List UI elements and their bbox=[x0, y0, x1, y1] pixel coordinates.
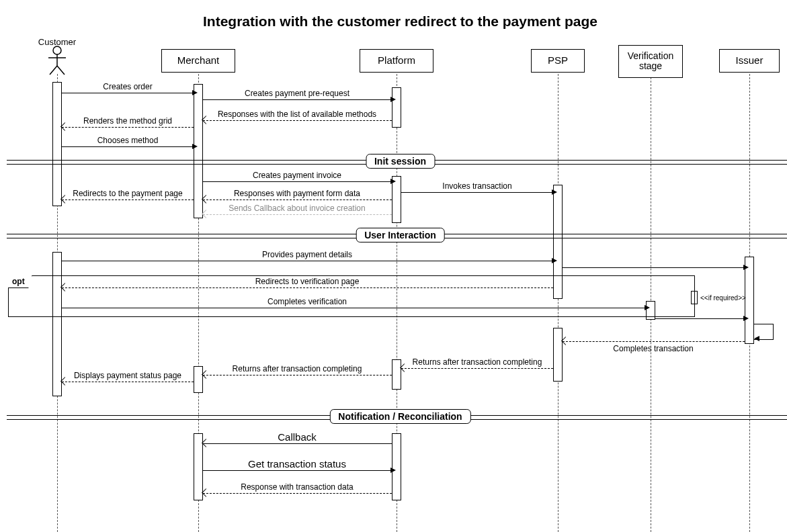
msg-arrow bbox=[203, 120, 392, 121]
msg-arrow bbox=[203, 200, 392, 200]
arrowhead-icon bbox=[390, 179, 396, 184]
arrowhead-icon bbox=[400, 363, 409, 372]
divider-label: User Interaction bbox=[356, 228, 445, 242]
arrowhead-icon bbox=[202, 488, 210, 497]
arrowhead-icon bbox=[60, 195, 69, 204]
arrowhead-icon bbox=[552, 258, 557, 263]
arrowhead-icon bbox=[192, 144, 198, 149]
arrowhead-icon bbox=[390, 97, 396, 102]
svg-line-4 bbox=[57, 66, 65, 75]
msg-arrow bbox=[203, 443, 392, 444]
msg-label: Redirects to the payment page bbox=[73, 189, 182, 198]
msg-label: Returns after transaction completing bbox=[413, 357, 542, 367]
msg-label: Creates payment pre-request bbox=[245, 89, 349, 98]
msg-arrow bbox=[203, 375, 392, 375]
arrowhead-icon bbox=[743, 265, 749, 270]
msg-label: Chooses method bbox=[97, 136, 159, 145]
arrowhead-icon bbox=[202, 370, 210, 379]
divider-label: Notification / Reconciliation bbox=[329, 409, 470, 424]
msg-arrow bbox=[563, 341, 745, 342]
activation bbox=[392, 359, 401, 390]
msg-arrow bbox=[62, 308, 646, 308]
actor-psp: PSP bbox=[531, 49, 585, 73]
actor-issuer: Issuer bbox=[719, 49, 780, 73]
opt-label: opt bbox=[8, 275, 32, 288]
opt-guard: <<if required>> bbox=[700, 294, 746, 302]
msg-arrow bbox=[655, 318, 745, 319]
activation bbox=[553, 328, 563, 382]
msg-label: Get transaction status bbox=[248, 458, 346, 470]
msg-arrow bbox=[62, 287, 553, 288]
msg-label: Responses with payment form data bbox=[234, 189, 360, 198]
msg-arrow bbox=[401, 192, 553, 193]
msg-arrow bbox=[62, 146, 194, 147]
arrowhead-icon bbox=[60, 377, 69, 386]
msg-arrow bbox=[401, 368, 553, 369]
msg-arrow bbox=[563, 267, 745, 268]
activation bbox=[392, 87, 401, 128]
msg-label: Responses with the list of available met… bbox=[218, 109, 376, 119]
actor-customer-icon bbox=[47, 46, 67, 78]
msg-label: Completes transaction bbox=[613, 344, 693, 353]
msg-label: Returns after transaction completing bbox=[233, 364, 362, 373]
svg-point-0 bbox=[53, 46, 61, 54]
msg-label: Redirects to verification page bbox=[255, 277, 360, 286]
activation bbox=[392, 433, 401, 500]
msg-arrow bbox=[62, 200, 194, 200]
msg-label: Invokes transaction bbox=[442, 181, 511, 191]
arrowhead-icon bbox=[60, 122, 69, 131]
divider-label: Init session bbox=[366, 154, 435, 169]
msg-label: Creates payment invoice bbox=[253, 171, 341, 180]
arrowhead-icon bbox=[390, 468, 396, 473]
actor-platform: Platform bbox=[360, 49, 433, 73]
msg-label: Renders the method grid bbox=[83, 116, 172, 126]
diagram-title: Integration with the customer redirect t… bbox=[7, 13, 787, 30]
sequence-diagram: Integration with the customer redirect t… bbox=[7, 7, 787, 532]
msg-label: Sends Callback about invoice creation bbox=[229, 204, 365, 213]
arrowhead-icon bbox=[754, 336, 759, 341]
msg-arrow bbox=[62, 261, 553, 261]
msg-label: Response with transaction data bbox=[241, 482, 353, 492]
arrowhead-icon bbox=[202, 210, 210, 218]
msg-arrow bbox=[62, 127, 194, 128]
actor-merchant: Merchant bbox=[161, 49, 235, 73]
msg-arrow bbox=[62, 382, 194, 382]
msg-arrow bbox=[203, 470, 392, 471]
arrowhead-icon bbox=[645, 305, 650, 310]
arrowhead-icon bbox=[202, 439, 210, 447]
msg-label: Provides payment details bbox=[262, 250, 352, 259]
msg-arrow bbox=[203, 214, 392, 215]
arrowhead-icon bbox=[192, 90, 198, 95]
arrowhead-icon bbox=[552, 189, 557, 195]
activation bbox=[194, 366, 203, 393]
arrowhead-icon bbox=[561, 337, 570, 345]
msg-label: Callback bbox=[278, 431, 317, 443]
msg-arrow bbox=[203, 181, 392, 182]
arrowhead-icon bbox=[202, 116, 210, 124]
msg-label: Completes verification bbox=[267, 297, 347, 306]
svg-line-3 bbox=[50, 66, 57, 75]
actor-verification: Verification stage bbox=[618, 45, 683, 78]
msg-arrow bbox=[203, 99, 392, 100]
msg-label: Creates order bbox=[103, 82, 152, 91]
activation bbox=[52, 82, 62, 206]
msg-arrow bbox=[203, 493, 392, 494]
msg-arrow bbox=[62, 93, 194, 93]
arrowhead-icon bbox=[202, 195, 210, 204]
arrowhead-icon bbox=[743, 316, 749, 321]
msg-label: Displays payment status page bbox=[74, 371, 181, 380]
activation bbox=[52, 252, 62, 396]
